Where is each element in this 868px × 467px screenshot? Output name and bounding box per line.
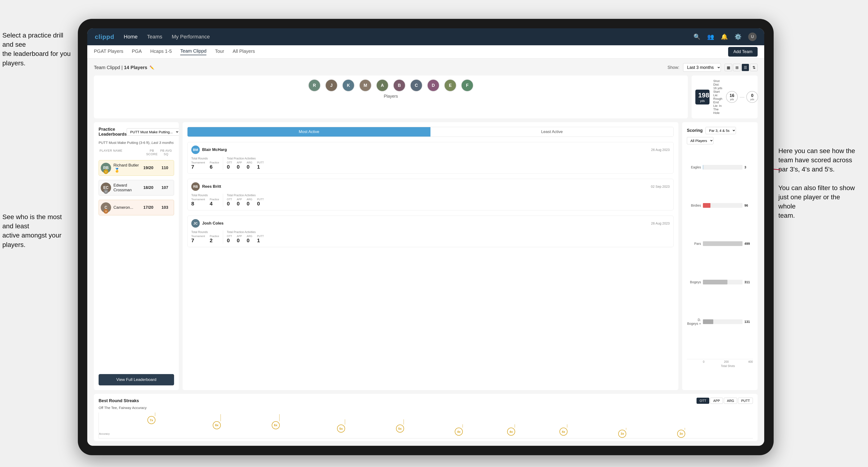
chart-bar-container-pars [703,241,743,246]
lb-info-1: Richard Butler 🥇 [114,163,139,173]
view-full-leaderboard-button[interactable]: View Full Leaderboard [99,374,174,385]
tab-least-active[interactable]: Least Active [431,127,673,136]
chart-bar-eagles [703,165,703,169]
pc-app-1: APP 0 [237,161,242,170]
table-view-icon[interactable]: ☰ [742,64,749,71]
chart-val-eagles: 3 [744,165,753,169]
edit-icon[interactable]: ✏️ [150,65,154,70]
streak-btn-ott[interactable]: OTT [696,398,709,404]
lb-row-2[interactable]: EC 2 Edward Crossman 18/20 107 [99,180,174,195]
annotation-top-left: Select a practice drill and seethe leade… [2,31,73,68]
streak-dot-5: 5x [400,419,408,433]
player-avatar-7[interactable]: C [410,79,423,92]
pc-date-2: 02 Sep 2023 [651,185,670,188]
player-card-2[interactable]: RB Rees Britt 02 Sep 2023 Total Rounds T… [187,179,674,210]
chart-label-eagles: Eagles [687,165,701,169]
player-card-1[interactable]: BM Blair McHarg 26 Aug 2023 Total Rounds… [187,142,674,174]
streaks-title: Best Round Streaks [99,398,139,403]
lb-badge-2: 2 [103,189,108,194]
lb-col-name: PLAYER NAME [99,149,145,156]
chart-bar-bogeys [703,280,727,284]
team-controls: Show: Last 3 months Last 6 months Last y… [668,63,757,72]
streak-btn-putt[interactable]: PUTT [738,398,753,404]
sub-nav-pgat[interactable]: PGAT Players [94,49,123,55]
player-avatar-3[interactable]: K [342,79,354,92]
sub-nav-team-clippd[interactable]: Team Clippd [180,49,206,55]
streak-dot-1: 7x [151,412,159,424]
streak-btn-app[interactable]: APP [710,398,723,404]
chart-bar-pars [703,241,743,246]
pc-rounds-label-1: Total Rounds [191,157,219,160]
chart-val-pars: 499 [744,242,753,246]
tab-most-active[interactable]: Most Active [187,127,431,136]
player-avatar-5[interactable]: A [376,79,389,92]
lb-subtitle: PUTT Must Make Putting (3-6 ft), Last 3 … [99,141,174,145]
people-icon[interactable]: 👥 [707,33,714,40]
nav-item-teams[interactable]: Teams [147,34,162,40]
pc-practice-row-1: OTT 0 APP 0 ARG 0 [227,161,264,170]
x-label-200: 200 [724,360,728,364]
team-title-container: Team Clippd | 14 Players ✏️ [94,65,154,70]
bell-icon[interactable]: 🔔 [721,33,728,40]
sub-nav-pga[interactable]: PGA [132,49,142,55]
list-view-icon[interactable]: ⊞ [733,64,741,71]
scoring-filter-par[interactable]: Par 3, 4 & 5s [706,127,736,134]
settings-icon[interactable]: ⚙️ [735,33,742,40]
lb-row-3[interactable]: C 3 Cameron... 17/20 103 [99,200,174,215]
pc-avatar-2: RB [191,182,200,191]
lb-name-2: Edward Crossman [114,183,132,192]
chart-bar-dbogeys [703,319,713,324]
main-content: Team Clippd | 14 Players ✏️ Show: Last 3… [87,59,764,446]
x-label-400: 400 [748,360,753,364]
shot-info-card: 198 yds Shot Dist: 16 yds Start Lie: Rou… [691,75,757,118]
search-icon[interactable]: 🔍 [693,33,701,40]
lb-avg-3: 103 [158,205,172,210]
lb-table-header: PLAYER NAME PB SCORE PB AVG SQ [99,149,174,156]
player-avatar-1[interactable]: R [308,79,320,92]
chart-label-dbogeys: D. Bogeys + [687,318,701,325]
nav-right: 🔍 👥 🔔 ⚙️ U [693,33,757,41]
x-label-0: 0 [703,360,705,364]
avatar-row: R J K M A B C D E F [308,79,473,92]
add-team-button[interactable]: Add Team [728,47,757,57]
chart-bar-container-birdies [703,203,743,208]
nav-item-performance[interactable]: My Performance [172,34,210,40]
chart-row-dbogeys: D. Bogeys + 131 [687,318,753,325]
pc-rounds-row-1: Tournament 7 Practice 6 [191,161,219,170]
player-avatar-2[interactable]: J [325,79,338,92]
chart-row-birdies: Birdies 96 [687,203,753,208]
three-col: Practice Leaderboards PUTT Must Make Put… [94,122,757,390]
pc-ott-1: OTT 0 [227,161,232,170]
sub-nav-all-players[interactable]: All Players [232,49,255,55]
sort-icon[interactable]: ⇅ [750,64,757,71]
player-avatar-6[interactable]: B [393,79,405,92]
avatar[interactable]: U [748,33,757,41]
scoring-filter-players[interactable]: All Players [687,137,714,144]
add-team-container: Add Team [728,47,757,57]
pc-tournament-1: Tournament 7 [191,161,205,170]
streak-dot-4: 5x [341,419,349,433]
chart-xaxis: 0 200 400 Total Shots [687,359,753,368]
player-avatar-10[interactable]: F [461,79,473,92]
player-avatar-4[interactable]: M [359,79,371,92]
sub-nav-tour[interactable]: Tour [215,49,224,55]
nav-logo: clippd [95,33,115,40]
nav-item-home[interactable]: Home [124,34,138,40]
player-avatar-8[interactable]: D [427,79,439,92]
streak-dot-8: 4x [563,424,571,436]
drill-select[interactable]: PUTT Must Make Putting... [127,128,179,135]
shot-circle-2-label: yds [750,98,754,101]
grid-view-icon[interactable]: ▦ [724,64,732,71]
pc-name-2: Rees Britt [202,184,649,189]
period-select[interactable]: Last 3 months Last 6 months Last year [683,63,721,72]
chart-bar-container-eagles [703,165,743,169]
chart-label-bogeys: Bogeys [687,280,701,284]
chart-bar-birdies [703,203,710,208]
sub-nav-hcaps[interactable]: Hcaps 1-5 [150,49,172,55]
streak-btn-arg[interactable]: ARG [724,398,737,404]
player-card-3[interactable]: JC Josh Coles 26 Aug 2023 Total Rounds T… [187,216,674,247]
lb-row-1[interactable]: RB 1 Richard Butler 🥇 19/20 110 [99,160,174,176]
player-avatar-9[interactable]: E [444,79,456,92]
scoring-header: Scoring Par 3, 4 & 5s All Players [687,127,753,144]
scoring-panel: Scoring Par 3, 4 & 5s All Players Eagles [682,122,757,390]
